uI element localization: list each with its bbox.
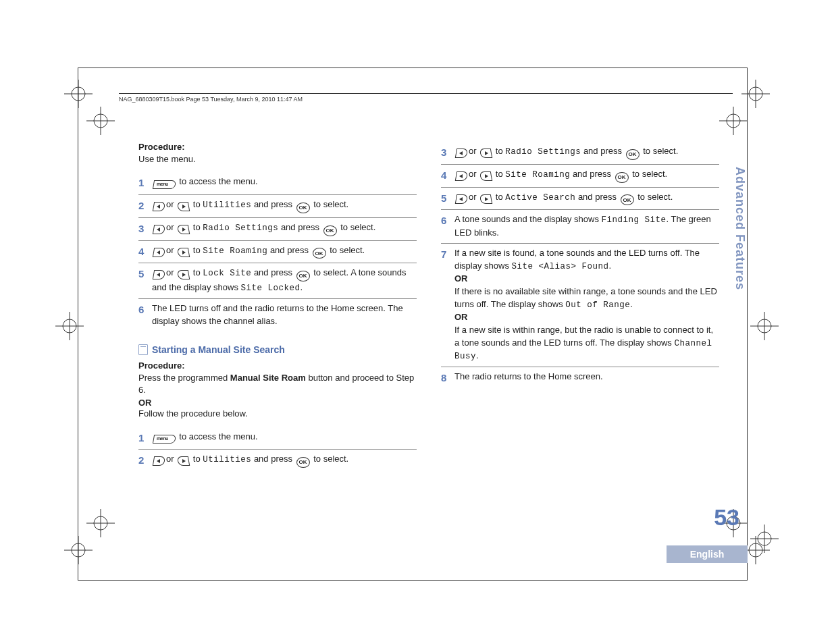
step-list-1: 1menu to access the menu.2or to Utilitie… [138, 172, 417, 332]
step-item: 2or to Utilities and press OK to select. [138, 450, 417, 472]
step-body: menu to access the menu. [152, 176, 417, 189]
step-number: 7 [441, 247, 454, 262]
step-number: 5 [138, 267, 152, 281]
step-item: 8The radio returns to the Home screen. [441, 367, 719, 390]
left-nav-button-icon [153, 270, 165, 279]
step-item: 4or to Site Roaming and press OK to sele… [441, 165, 719, 188]
step-item: 5or to Lock Site and press OK to select.… [138, 263, 417, 299]
ok-button-icon: OK [296, 203, 310, 213]
ok-button-icon: OK [323, 225, 337, 236]
menu-button-icon: menu [153, 435, 176, 444]
left-nav-button-icon [455, 149, 468, 158]
page-number: 53 [714, 504, 739, 531]
procedure-intro: Use the menu. [138, 153, 417, 165]
step-body: A tone sounds and the display shows Find… [454, 213, 719, 239]
section-tab: Advanced Features [731, 167, 748, 326]
step-number: 3 [138, 221, 152, 236]
right-nav-button-icon [177, 202, 190, 211]
left-nav-button-icon [455, 194, 468, 204]
step-body: or to Active Search and press OK to sele… [454, 191, 719, 206]
step-item: 6The LED turns off and the radio returns… [138, 299, 417, 332]
ok-button-icon: OK [296, 271, 310, 281]
step-body: or to Radio Settings and press OK to sel… [152, 221, 417, 236]
crop-mark-icon [55, 312, 84, 340]
step-body: The radio returns to the Home screen. [454, 371, 719, 383]
menu-button-icon: menu [153, 180, 176, 189]
crop-mark-icon [750, 312, 779, 340]
procedure-2-line1: Press the programmed Manual Site Roam bu… [138, 372, 417, 396]
ok-button-icon: OK [296, 457, 310, 468]
crop-mark-icon [719, 107, 748, 135]
step-number: 5 [441, 191, 454, 206]
step-list-2: 1menu to access the menu.2or to Utilitie… [138, 427, 417, 473]
step-list-3: 3or to Radio Settings and press OK to se… [441, 142, 719, 390]
step-body: or to Lock Site and press OK to select. … [152, 267, 417, 294]
step-number: 6 [441, 213, 454, 228]
left-nav-button-icon [455, 171, 468, 181]
content-columns: Procedure: Use the menu. 1menu to access… [138, 142, 719, 472]
ok-button-icon: OK [626, 149, 640, 160]
right-nav-button-icon [479, 194, 492, 204]
step-body: or to Site Roaming and press OK to selec… [152, 244, 417, 259]
right-nav-button-icon [177, 225, 190, 234]
step-item: 3or to Radio Settings and press OK to se… [441, 142, 719, 165]
subheading-text: Starting a Manual Site Search [152, 344, 285, 355]
step-body: If a new site is found, a tone sounds an… [454, 247, 719, 363]
step-number: 8 [441, 371, 454, 385]
step-body: menu to access the menu. [152, 431, 417, 444]
step-item: 4or to Site Roaming and press OK to sele… [138, 241, 417, 264]
header-rule [119, 93, 733, 94]
step-number: 6 [138, 302, 152, 317]
step-item: 1menu to access the menu. [138, 427, 417, 450]
crop-mark-icon [64, 536, 93, 564]
header-text: NAG_6880309T15.book Page 53 Tuesday, Mar… [119, 96, 303, 103]
procedure-heading-2: Procedure: [138, 360, 417, 371]
step-body: or to Utilities and press OK to select. [152, 198, 417, 213]
left-nav-button-icon [153, 225, 165, 234]
crop-mark-icon [750, 525, 779, 553]
step-item: 7If a new site is found, a tone sounds a… [441, 244, 719, 367]
language-label: English [667, 545, 748, 563]
left-nav-button-icon [153, 202, 165, 211]
ok-button-icon: OK [621, 194, 634, 205]
step-number: 3 [441, 145, 454, 160]
step-body: or to Site Roaming and press OK to selec… [454, 168, 719, 183]
or-separator: OR [138, 398, 417, 408]
procedure-heading: Procedure: [138, 142, 417, 152]
ok-button-icon: OK [313, 248, 326, 259]
crop-mark-icon [86, 107, 115, 135]
step-body: or to Radio Settings and press OK to sel… [454, 145, 719, 160]
step-item: 5or to Active Search and press OK to sel… [441, 188, 719, 211]
crop-mark-icon [741, 80, 770, 108]
step-number: 1 [138, 431, 152, 446]
step-number: 4 [138, 244, 152, 259]
step-item: 1menu to access the menu. [138, 172, 417, 195]
crop-mark-icon [64, 80, 93, 108]
step-item: 2or to Utilities and press OK to select. [138, 195, 417, 218]
right-nav-button-icon [177, 456, 190, 466]
ok-button-icon: OK [615, 172, 629, 183]
left-nav-button-icon [153, 248, 165, 257]
right-nav-button-icon [177, 270, 190, 279]
document-icon [138, 344, 148, 355]
crop-mark-icon [86, 509, 115, 537]
step-number: 1 [138, 176, 152, 190]
step-number: 2 [138, 198, 152, 213]
right-nav-button-icon [177, 248, 190, 257]
step-body: or to Utilities and press OK to select. [152, 453, 417, 468]
step-item: 3or to Radio Settings and press OK to se… [138, 218, 417, 241]
left-nav-button-icon [153, 456, 165, 466]
step-number: 4 [441, 168, 454, 183]
procedure-2-line2: Follow the procedure below. [138, 408, 417, 420]
step-item: 6A tone sounds and the display shows Fin… [441, 210, 719, 244]
subheading: Starting a Manual Site Search [138, 344, 417, 355]
step-body: The LED turns off and the radio returns … [152, 302, 417, 328]
step-number: 2 [138, 453, 152, 468]
right-nav-button-icon [479, 149, 492, 158]
right-nav-button-icon [479, 171, 492, 181]
right-column: 3or to Radio Settings and press OK to se… [441, 142, 719, 472]
left-column: Procedure: Use the menu. 1menu to access… [138, 142, 417, 472]
